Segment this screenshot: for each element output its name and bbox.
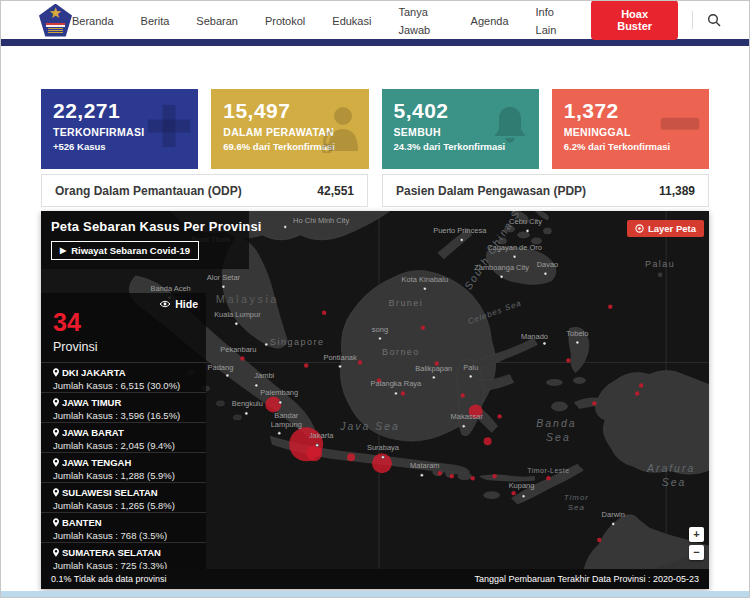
map-pin-icon [53, 548, 59, 557]
case-dot [546, 476, 550, 480]
nav-item: Protokol [265, 11, 305, 29]
case-dot [438, 471, 442, 475]
map-sea-label: Sea [546, 432, 571, 443]
case-bubble [306, 445, 322, 461]
case-dot [597, 538, 601, 542]
province-name: SULAWESI SELATAN [62, 487, 158, 498]
map-city-label: Lampung [271, 420, 302, 429]
map-pin-icon [53, 488, 59, 497]
layer-peta-button[interactable]: Layer Peta [627, 220, 704, 237]
map-city-label: Pontianak [323, 353, 356, 362]
city-dot [543, 342, 546, 345]
map-city-label: Bengkulu [232, 399, 263, 408]
city-dot [394, 392, 397, 395]
case-dot [358, 360, 362, 364]
map-city-label: Manado [521, 332, 548, 341]
map-city-label: Balikpapan [415, 364, 452, 373]
search-icon [707, 13, 721, 27]
case-dot [566, 358, 570, 362]
riwayat-label: Riwayat Sebaran Covid-19 [71, 245, 190, 256]
map-country-label: Borneo [382, 347, 420, 357]
nav-link-beranda[interactable]: Beranda [72, 15, 114, 27]
case-dot [240, 356, 244, 360]
stat-card-terkonfirmasi: 22,271 TERKONFIRMASI +526 Kasus [41, 89, 198, 169]
map-city-label: Bandar [274, 411, 299, 420]
nav-link-tanya-jawab[interactable]: Tanya Jawab [398, 6, 430, 36]
nav-link-edukasi[interactable]: Edukasi [332, 15, 371, 27]
province-list-item: DKI JAKARTA Jumlah Kasus : 6,515 (30.0%) [41, 362, 206, 392]
city-dot [469, 375, 472, 378]
map-city-label: Kupang [509, 481, 535, 490]
layer-peta-label: Layer Peta [648, 223, 696, 234]
map-city-label: Alor Setar [207, 273, 241, 282]
map-city-label: song [372, 325, 388, 334]
province-cases: Jumlah Kasus : 1,288 (5.9%) [53, 470, 198, 481]
case-dot [450, 474, 454, 478]
gugus-tugas-logo[interactable]: ★ [39, 4, 72, 37]
city-dot [284, 225, 287, 228]
case-dot [470, 476, 474, 480]
province-name: JAWA TIMUR [62, 397, 121, 408]
odp-label: Orang Dalam Pemantauan (ODP) [55, 184, 242, 198]
map-city-label: Mataram [410, 461, 439, 470]
map-city-label: Banda Aceh [150, 284, 190, 293]
nav-link-protokol[interactable]: Protokol [265, 15, 305, 27]
zoom-out-button[interactable]: − [689, 545, 704, 560]
city-dot [378, 337, 381, 340]
bell-icon [487, 103, 533, 153]
case-dot [492, 474, 496, 478]
map-city-label: Palu [463, 363, 478, 372]
province-panel: Hide 34 Provinsi DKI JAKARTA Jumlah Kasu… [41, 293, 206, 569]
city-dot [576, 341, 579, 344]
map-pin-icon [53, 428, 59, 437]
province-cases: Jumlah Kasus : 2,045 (9.4%) [53, 440, 198, 451]
nav-link-berita[interactable]: Berita [141, 15, 170, 27]
stat-card-meninggal: 1,372 MENINGGAL 6.2% dari Terkonfirmasi [552, 89, 709, 169]
case-dot [497, 414, 501, 418]
stat-card-dalam-perawatan: 15,497 DALAM PERAWATAN 69.6% dari Terkon… [211, 89, 368, 169]
city-dot [420, 474, 423, 477]
search-button[interactable] [707, 13, 721, 27]
case-dot [461, 393, 465, 397]
nav-link-info-lain[interactable]: Info Lain [536, 6, 557, 36]
case-dot [608, 305, 612, 309]
nav-item: Edukasi [332, 11, 371, 29]
map-country-label: Timor-Leste [527, 467, 569, 474]
city-dot [339, 365, 342, 368]
map-country-label: Malaysia [216, 293, 279, 305]
city-dot [522, 495, 525, 498]
zoom-in-button[interactable]: + [689, 527, 704, 542]
city-dot [226, 374, 229, 377]
nav-item: Berita [141, 11, 170, 29]
nav-link-sebaran[interactable]: Sebaran [196, 15, 238, 27]
map-city-label: Ho Chi Minh City [293, 216, 349, 225]
province-list-item: JAWA BARAT Jumlah Kasus : 2,045 (9.4%) [41, 422, 206, 452]
no-data-note: 0.1% Tidak ada data provinsi [51, 574, 167, 584]
city-dot [235, 322, 238, 325]
case-dot [421, 325, 425, 329]
case-dot [635, 391, 639, 395]
map-sea-label: Sea [662, 477, 687, 488]
nav-link-agenda[interactable]: Agenda [471, 15, 509, 27]
map-sea-label: Java Sea [339, 421, 400, 432]
map-city-label: Puerto Princesa [433, 226, 487, 235]
case-bubble [347, 453, 355, 461]
map-country-label: Brunei [388, 298, 423, 308]
case-dot [304, 363, 308, 367]
city-dot [612, 523, 615, 526]
nav-divider [692, 11, 693, 29]
province-list-item: JAWA TENGAH Jumlah Kasus : 1,288 (5.9%) [41, 452, 206, 482]
hoax-buster-button[interactable]: Hoax Buster [591, 0, 678, 40]
map-city-label: Kuala Lumpur [214, 310, 261, 319]
map-header-overlay: Peta Sebaran Kasus Per Provinsi ▶ Riwaya… [41, 211, 249, 269]
hide-panel-button[interactable]: Hide [159, 298, 198, 310]
plus-icon [146, 103, 192, 153]
pdp-value: 11,389 [659, 184, 695, 198]
city-dot [278, 432, 281, 435]
city-dot [316, 444, 319, 447]
province-name: SUMATERA SELATAN [62, 547, 161, 558]
case-bubble [484, 437, 492, 445]
riwayat-sebaran-button[interactable]: ▶ Riwayat Sebaran Covid-19 [51, 241, 199, 260]
map-sea-label: Banda [536, 418, 576, 429]
map-footer-bar: 0.1% Tidak ada data provinsi Tanggal Pem… [41, 569, 709, 589]
